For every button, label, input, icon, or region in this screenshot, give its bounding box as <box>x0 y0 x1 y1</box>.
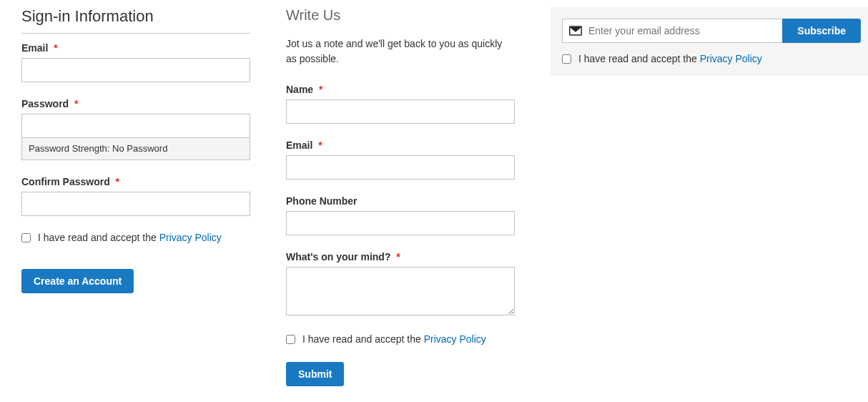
signin-password-input[interactable] <box>21 114 250 138</box>
required-mark: * <box>54 42 57 54</box>
name-field-group: Name * <box>286 84 515 124</box>
writeus-title: Write Us <box>286 7 515 24</box>
signin-privacy-checkbox[interactable] <box>21 233 31 242</box>
writeus-name-input[interactable] <box>286 99 515 124</box>
newsletter-email-input[interactable] <box>562 19 782 43</box>
name-label-text: Name <box>286 84 313 95</box>
signin-accept-text: I have read and accept the <box>38 232 157 243</box>
required-mark: * <box>319 84 322 95</box>
signin-confirm-password-input[interactable] <box>21 192 250 216</box>
password-label: Password * <box>21 98 250 109</box>
required-mark: * <box>318 139 322 151</box>
email-field-group: Email * <box>21 42 250 82</box>
required-mark: * <box>74 98 78 109</box>
phone-label-text: Phone Number <box>286 195 357 207</box>
writeus-privacy-link[interactable]: Privacy Policy <box>424 333 486 345</box>
signin-privacy-row: I have read and accept the Privacy Polic… <box>21 232 250 243</box>
email-label: Email * <box>21 42 250 54</box>
newsletter-row: Subscribe <box>562 19 861 43</box>
writeus-privacy-checkbox[interactable] <box>286 335 295 344</box>
newsletter-section: Subscribe I have read and accept the Pri… <box>551 7 868 76</box>
confirm-password-label: Confirm Password * <box>21 176 250 187</box>
pw-strength-value: No Password <box>112 143 167 154</box>
password-field-group: Password * Password Strength: No Passwor… <box>21 98 250 160</box>
newsletter-input-wrap <box>562 19 782 43</box>
writeus-mind-textarea[interactable] <box>286 267 515 315</box>
password-label-text: Password <box>21 98 69 109</box>
writeus-email-label-text: Email <box>286 139 312 151</box>
confirm-password-label-text: Confirm Password <box>21 176 110 187</box>
newsletter-accept-text: I have read and accept the <box>578 53 697 64</box>
writeus-phone-input[interactable] <box>286 211 515 235</box>
create-account-button[interactable]: Create an Account <box>21 269 134 293</box>
phone-label: Phone Number <box>286 195 515 207</box>
writeus-privacy-row: I have read and accept the Privacy Polic… <box>286 333 515 345</box>
subscribe-button[interactable]: Subscribe <box>782 19 861 43</box>
submit-button[interactable]: Submit <box>286 362 344 386</box>
phone-field-group: Phone Number <box>286 195 515 235</box>
writeus-email-label: Email * <box>286 139 515 151</box>
name-label: Name * <box>286 84 515 95</box>
newsletter-privacy-row: I have read and accept the Privacy Polic… <box>562 53 861 64</box>
signin-title: Sign-in Information <box>21 7 250 34</box>
writeus-section: Write Us Jot us a note and we'll get bac… <box>286 7 515 386</box>
required-mark: * <box>116 176 119 187</box>
newsletter-privacy-checkbox[interactable] <box>562 54 571 64</box>
signin-email-input[interactable] <box>21 58 250 82</box>
pw-strength-label: Password Strength: <box>29 143 109 154</box>
writeus-intro: Jot us a note and we'll get back to you … <box>286 36 515 67</box>
required-mark: * <box>396 251 400 263</box>
mind-label-text: What's on your mind? <box>286 251 390 263</box>
mind-label: What's on your mind? * <box>286 251 515 263</box>
signin-privacy-link[interactable]: Privacy Policy <box>159 232 222 243</box>
newsletter-privacy-link[interactable]: Privacy Policy <box>700 53 762 64</box>
writeus-email-input[interactable] <box>286 155 515 180</box>
signin-section: Sign-in Information Email * Password * P… <box>21 7 250 293</box>
writeus-accept-text: I have read and accept the <box>302 333 421 345</box>
password-strength-meter: Password Strength: No Password <box>21 137 250 160</box>
email-label-text: Email <box>21 42 48 54</box>
confirm-password-field-group: Confirm Password * <box>21 176 250 216</box>
newsletter-panel: Subscribe I have read and accept the Pri… <box>551 7 868 76</box>
writeus-email-field-group: Email * <box>286 139 515 180</box>
mind-field-group: What's on your mind? * <box>286 251 515 318</box>
